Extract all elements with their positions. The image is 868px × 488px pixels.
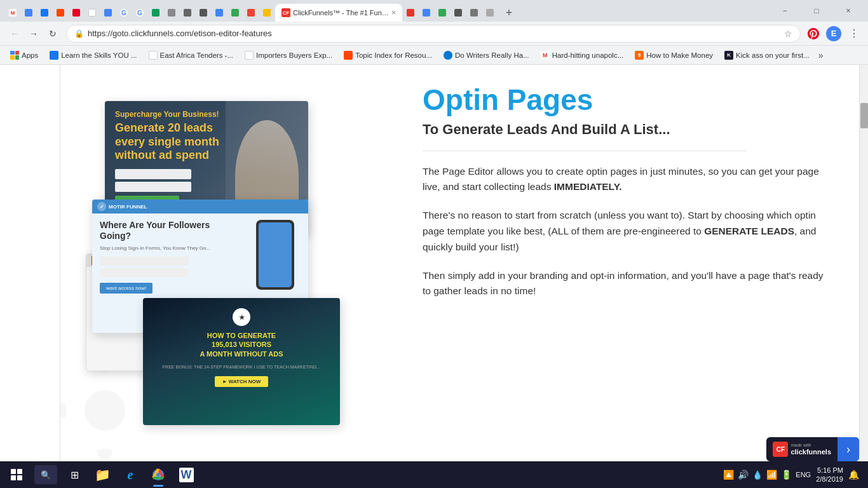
bookmark-apps[interactable]: Apps [5, 49, 43, 62]
pinterest-icon[interactable] [806, 26, 821, 41]
bookmark-money[interactable]: $ How to Make Money [630, 49, 718, 62]
taskbar-app-edge[interactable]: e [117, 461, 144, 488]
tab-g[interactable]: G [116, 4, 132, 22]
bookmark-topic[interactable]: Topic Index for Resou... [339, 49, 437, 62]
tab-misc4[interactable] [212, 4, 227, 22]
word-icon: W [179, 468, 194, 482]
tab-gmail[interactable]: M [5, 4, 20, 22]
tab-doc2[interactable] [85, 4, 100, 22]
tab-misc2[interactable] [180, 4, 195, 22]
tab-g2[interactable]: G [132, 4, 147, 22]
url-text: https://goto.clickfunnels.com/etison-edi… [88, 29, 780, 38]
bookmark-kickass[interactable]: K Kick ass on your first... [719, 49, 815, 62]
bookmark-tenders-label: East Africa Tenders -... [160, 51, 233, 59]
wifi-icon[interactable]: 📶 [766, 470, 777, 480]
taskbar: 🔍 ⊞ 📁 e W 🔼 [0, 461, 868, 488]
taskbar-right: 🔼 🔊 💧 📶 🔋 ENG 5:16 PM 2/8/2019 🔔 [723, 466, 865, 484]
tab-after2[interactable] [419, 4, 434, 22]
tab-misc3[interactable] [196, 4, 211, 22]
taskbar-app-taskview[interactable]: ⊞ [61, 461, 88, 488]
cf-badge-arrow[interactable]: › [837, 437, 859, 461]
address-bar: ← → ↻ 🔒 https://goto.clickfunnels.com/et… [0, 22, 868, 46]
toolbar-right-icons: E ⋮ [806, 26, 862, 41]
preview-mid-body: Where Are Your Followers Going? Stop Los… [92, 214, 308, 300]
language-icon[interactable]: ENG [796, 471, 811, 478]
bookmark-hard-hitting-label: Hard-hitting unapolc... [552, 51, 624, 59]
refresh-button[interactable]: ↻ [44, 25, 61, 42]
preview-dark-subtitle: FREE BONUS: THE 24-STEP FRAMEWORK I USE … [156, 365, 327, 369]
tab-red1[interactable] [53, 4, 68, 22]
taskbar-app-word[interactable]: W [173, 461, 200, 488]
cf-badge[interactable]: CF made with clickfunnels › [766, 437, 859, 461]
taskbar-search-icon: 🔍 [41, 470, 51, 480]
taskbar-app-chrome[interactable] [145, 461, 172, 488]
preview-dark-inner: ★ HOW TO GENERATE 195,013 VISITORS A MON… [143, 298, 340, 397]
new-tab-button[interactable]: + [500, 4, 518, 22]
bookmark-writers[interactable]: Do Writers Really Ha... [438, 49, 534, 62]
preview-form-name [115, 169, 191, 179]
paragraph-3: Then simply add in your branding and opt… [423, 268, 827, 300]
main-content: Supercharge Your Business! Generate 20 l… [0, 65, 868, 461]
bookmark-hard-hitting[interactable]: M Hard-hitting unapolc... [536, 49, 629, 62]
profile-icon[interactable]: E [826, 26, 841, 41]
tab-after1[interactable] [403, 4, 418, 22]
dropbox-icon[interactable]: 💧 [752, 470, 763, 480]
taskbar-sys-icons: 🔼 🔊 💧 📶 🔋 ENG [723, 470, 811, 480]
preview-mid-right [250, 220, 301, 290]
page-content: Supercharge Your Business! Generate 20 l… [60, 65, 859, 461]
svg-point-3 [156, 473, 160, 477]
tab-active[interactable]: CF ClickFunnels™ - The #1 Funnels... × [275, 4, 402, 22]
bookmark-writers-label: Do Writers Really Ha... [455, 51, 529, 59]
tab-blue2[interactable] [100, 4, 116, 22]
minimize-button[interactable]: − [770, 2, 799, 20]
battery-icon[interactable]: 🔋 [781, 470, 792, 480]
divider [423, 151, 747, 151]
notifications-icon[interactable]: 🔔 [848, 470, 859, 480]
tab-after5[interactable] [466, 4, 482, 22]
tab-misc7[interactable] [259, 4, 275, 22]
tab-sheets[interactable] [148, 4, 163, 22]
scrollbar-track[interactable] [859, 65, 868, 461]
cf-badge-icon: CF [773, 442, 788, 457]
tab-misc6[interactable] [243, 4, 259, 22]
volume-icon[interactable]: 🔊 [738, 470, 749, 480]
paragraph-2: There's no reason to start from scratch … [423, 208, 827, 255]
taskbar-app-explorer[interactable]: 📁 [89, 461, 116, 488]
tab-misc1[interactable] [164, 4, 179, 22]
paragraph-1: The Page Editor allows you to create opt… [423, 164, 827, 196]
preview-dark-title: HOW TO GENERATE 195,013 VISITORS A MONTH… [156, 331, 327, 358]
tab-docs[interactable] [21, 4, 36, 22]
bookmark-tenders[interactable]: East Africa Tenders -... [144, 49, 238, 62]
back-button[interactable]: ← [6, 25, 23, 42]
window-controls: − □ × [770, 2, 863, 20]
menu-icon[interactable]: ⋮ [846, 26, 862, 41]
tab-close-btn[interactable]: × [391, 8, 396, 17]
scrollbar-thumb[interactable] [860, 103, 868, 128]
preview-dark-logo: ★ [233, 308, 250, 326]
bookmark-star-icon[interactable]: ☆ [784, 29, 792, 39]
left-strip [0, 65, 60, 461]
url-bar[interactable]: 🔒 https://goto.clickfunnels.com/etison-e… [66, 25, 801, 43]
tab-fb[interactable] [37, 4, 52, 22]
forward-button[interactable]: → [25, 25, 42, 42]
close-button[interactable]: × [834, 2, 863, 20]
preview-mid-desc: Stop Losing Sign-In Forms, You Know They… [100, 245, 243, 252]
tab-misc5[interactable] [227, 4, 243, 22]
tab-pin[interactable] [69, 4, 84, 22]
edge-icon: e [128, 468, 133, 482]
tab-after4[interactable] [451, 4, 466, 22]
bookmark-skills[interactable]: Learn the Skills YOU ... [44, 49, 142, 62]
taskbar-search[interactable]: 🔍 [34, 465, 57, 484]
preview-mid-logo: MOTIR FUNNEL [109, 204, 147, 210]
start-button[interactable] [3, 461, 31, 488]
tab-after3[interactable] [435, 4, 450, 22]
page-previews: Supercharge Your Business! Generate 20 l… [86, 101, 397, 425]
network-icon[interactable]: 🔼 [723, 470, 734, 480]
taskbar-clock[interactable]: 5:16 PM 2/8/2019 [816, 466, 843, 484]
content-wrapper: Supercharge Your Business! Generate 20 l… [60, 65, 868, 461]
tab-after6[interactable] [482, 4, 498, 22]
maximize-button[interactable]: □ [802, 2, 831, 20]
bookmark-importers[interactable]: Importers Buyers Exp... [240, 49, 337, 62]
clock-date: 2/8/2019 [816, 475, 843, 484]
bookmarks-more-button[interactable]: » [816, 49, 826, 62]
